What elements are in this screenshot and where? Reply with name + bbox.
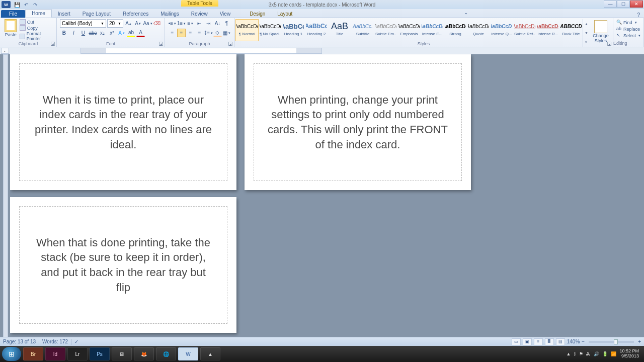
save-icon[interactable]: 💾 [14, 1, 21, 8]
taskbar-app[interactable]: 🖥 [112, 347, 132, 360]
taskbar-chrome[interactable]: 🌐 [156, 347, 176, 360]
justify-button[interactable]: ≡ [195, 29, 204, 37]
styles-row-up[interactable]: ▲ [583, 19, 590, 28]
align-right-button[interactable]: ≡ [186, 29, 195, 37]
format-painter-button[interactable]: Format Painter [20, 31, 53, 41]
subscript-button[interactable]: x₂ [98, 29, 107, 37]
wifi-icon[interactable]: 📶 [611, 351, 616, 356]
full-screen-view[interactable]: ▣ [523, 338, 532, 345]
help-icon[interactable]: ? [637, 12, 640, 18]
minimize-button[interactable]: — [604, 1, 617, 8]
taskbar-firefox[interactable]: 🦊 [134, 347, 154, 360]
tab-references[interactable]: References [117, 10, 154, 18]
index-card[interactable]: When that is done printing, take the sta… [10, 197, 236, 333]
tab-review[interactable]: Review [185, 10, 214, 18]
style---no-spaci---[interactable]: AaBbCcDc¶ No Spaci... [259, 19, 282, 41]
taskbar-vlc[interactable]: ▲ [200, 347, 220, 360]
style-subtle-ref---[interactable]: AaBbCcDcSubtle Ref... [513, 19, 536, 41]
taskbar-app[interactable]: Lr [67, 347, 88, 360]
strikethrough-button[interactable]: abc [89, 29, 97, 37]
tab-design[interactable]: Design [244, 10, 271, 18]
numbering-button[interactable]: 1≡▾ [177, 19, 186, 28]
superscript-button[interactable]: x² [108, 29, 116, 37]
line-spacing-button[interactable]: ‡≡▾ [204, 29, 213, 37]
style-quote[interactable]: AaBbCcDcQuote [467, 19, 490, 41]
style-intense-r---[interactable]: AaBbCcDcIntense R... [536, 19, 559, 41]
redo-icon[interactable]: ↷ [32, 1, 39, 8]
taskbar-app[interactable]: Ps [90, 347, 110, 360]
clock[interactable]: 10:52 PM 9/5/2013 [619, 349, 642, 359]
copy-button[interactable]: Copy [20, 25, 53, 31]
style-heading-1[interactable]: AaBbCcHeading 1 [282, 19, 305, 41]
tab-view[interactable]: View [214, 10, 237, 18]
clear-formatting-button[interactable]: ⌫ [153, 19, 162, 28]
word-count[interactable]: Words: 172 [42, 339, 68, 344]
style---normal[interactable]: AaBbCcDc¶ Normal [235, 19, 259, 41]
select-button[interactable]: ↖Select▾ [616, 32, 640, 39]
font-size-combo[interactable]: 20▼ [107, 19, 123, 28]
change-case-button[interactable]: Aa▾ [143, 19, 152, 28]
volume-icon[interactable]: 🔊 [594, 351, 599, 356]
battery-icon[interactable]: 🔋 [602, 351, 608, 356]
tab-selector[interactable]: ⌐ [1, 48, 9, 54]
show-marks-button[interactable]: ¶ [222, 19, 231, 28]
font-color-button[interactable]: A [136, 29, 145, 37]
style-emphasis[interactable]: AaBbCcDcEmphasis [397, 19, 421, 41]
styles-gallery[interactable]: AaBbCcDc¶ NormalAaBbCcDc¶ No Spaci...AaB… [235, 19, 583, 41]
undo-icon[interactable]: ↶ [23, 1, 30, 8]
font-name-combo[interactable]: Calibri (Body)▼ [60, 19, 106, 28]
align-left-button[interactable]: ≡ [168, 29, 177, 37]
underline-button[interactable]: U [79, 29, 88, 37]
zoom-slider[interactable] [589, 341, 634, 343]
maximize-button[interactable]: ☐ [617, 1, 630, 8]
index-card[interactable]: When it is time to print, place our inde… [10, 54, 236, 190]
style-title[interactable]: AaBTitle [328, 19, 351, 41]
bullets-button[interactable]: •≡▾ [168, 19, 177, 28]
shrink-font-button[interactable]: A▼ [134, 19, 142, 28]
proofing-icon[interactable]: ✓ [74, 339, 78, 344]
tab-insert[interactable]: Insert [52, 10, 76, 18]
close-button[interactable]: ✕ [630, 1, 643, 8]
print-layout-view[interactable]: ▭ [512, 338, 521, 345]
paragraph-dialog-launcher[interactable]: ◢ [228, 42, 232, 46]
find-button[interactable]: 🔍Find▾ [616, 19, 640, 26]
decrease-indent-button[interactable]: ⇤ [195, 19, 204, 28]
bluetooth-icon[interactable]: ᛒ [574, 351, 576, 356]
align-center-button[interactable]: ≡ [177, 29, 186, 37]
style-subtle-em---[interactable]: AaBbCcDcSubtle Em... [374, 19, 397, 41]
web-layout-view[interactable]: ≡ [534, 338, 543, 345]
style-subtitle[interactable]: AaBbCc.Subtitle [351, 19, 374, 41]
index-card[interactable]: When printing, change your print setting… [245, 54, 471, 190]
multilevel-button[interactable]: ≡▾ [186, 19, 195, 28]
styles-dialog-launcher[interactable]: ◢ [607, 42, 611, 46]
style-intense-q---[interactable]: AaBbCcDcIntense Q... [490, 19, 513, 41]
zoom-in-button[interactable]: + [638, 339, 641, 344]
taskbar-word[interactable]: W [178, 347, 198, 360]
style-intense-e---[interactable]: AaBbCcDcIntense E... [421, 19, 444, 41]
highlight-button[interactable]: ab [127, 29, 135, 37]
borders-button[interactable]: ▦▾ [222, 29, 231, 37]
horizontal-ruler[interactable] [80, 48, 322, 54]
ribbon-minimize-icon[interactable]: ⌃ [464, 12, 468, 18]
replace-button[interactable]: abReplace [616, 26, 640, 32]
cut-button[interactable]: Cut [20, 19, 53, 25]
vertical-ruler[interactable] [3, 54, 8, 349]
text-effects-button[interactable]: A▾ [117, 29, 126, 37]
font-dialog-launcher[interactable]: ◢ [159, 42, 163, 46]
network-icon[interactable]: 🖧 [586, 351, 591, 356]
zoom-out-button[interactable]: − [582, 339, 585, 344]
paste-button[interactable]: Paste [3, 19, 19, 40]
zoom-level[interactable]: 140% [567, 339, 580, 344]
tab-mailings[interactable]: Mailings [154, 10, 185, 18]
taskbar-app[interactable]: Br [23, 347, 43, 360]
style-heading-2[interactable]: AaBbCcHeading 2 [305, 19, 328, 41]
tray-icon[interactable]: ▲ [567, 351, 571, 356]
tab-layout[interactable]: Layout [271, 10, 298, 18]
italic-button[interactable]: I [69, 29, 78, 37]
tab-home[interactable]: Home [25, 9, 52, 18]
outline-view[interactable]: ≣ [545, 338, 554, 345]
style-book-title[interactable]: AABBCCDCBook Title [559, 19, 583, 41]
shading-button[interactable]: ◇ [213, 29, 222, 37]
grow-font-button[interactable]: A▲ [124, 19, 133, 28]
document-canvas[interactable]: When it is time to print, place our inde… [10, 54, 635, 349]
